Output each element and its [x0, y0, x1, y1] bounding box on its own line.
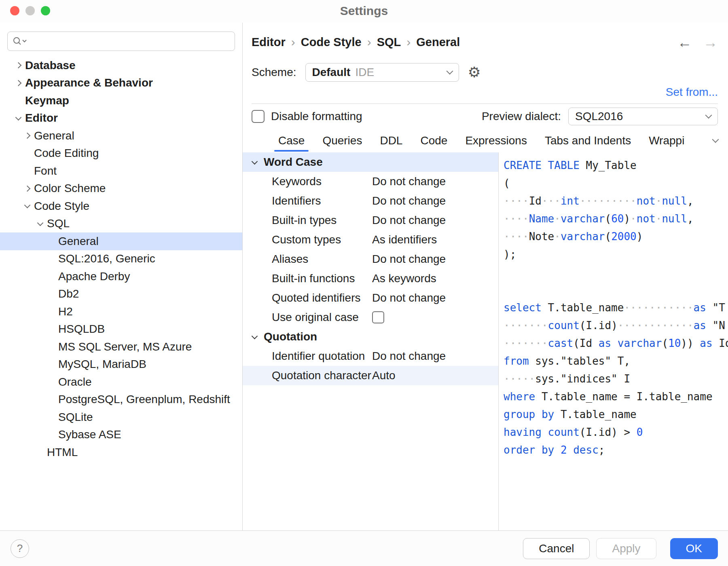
- breadcrumb-item-sql[interactable]: SQL: [377, 36, 401, 49]
- code-line: ·······cast(Id as varchar(10)) as Id: [504, 334, 728, 352]
- code-line: ·····sys."indices" I: [504, 370, 728, 388]
- sidebar-item-label: Keymap: [25, 94, 69, 107]
- sql-preview-editor[interactable]: CREATE TABLE My_Table(····Id···int······…: [498, 152, 728, 530]
- sidebar-item-oracle[interactable]: Oracle: [0, 373, 242, 391]
- option-value-keywords[interactable]: Do not change: [372, 175, 446, 188]
- apply-button[interactable]: Apply: [596, 538, 656, 559]
- sidebar-item-general[interactable]: General: [0, 127, 242, 145]
- settings-search-box[interactable]: [7, 32, 235, 51]
- sidebar-item-sqlite[interactable]: SQLite: [0, 408, 242, 426]
- option-label: Identifier quotation: [272, 350, 372, 363]
- breadcrumb-item-editor[interactable]: Editor: [252, 36, 286, 49]
- sidebar-item-appearance-behavior[interactable]: Appearance & Behavior: [0, 74, 242, 92]
- sidebar-item-mysql-mariadb[interactable]: MySQL, MariaDB: [0, 356, 242, 374]
- option-value-identifiers[interactable]: Do not change: [372, 194, 446, 207]
- search-icon: [12, 36, 27, 46]
- ok-button[interactable]: OK: [670, 538, 718, 559]
- sidebar-item-ms-sql-server-ms-azure[interactable]: MS SQL Server, MS Azure: [0, 338, 242, 356]
- chevron-down-icon[interactable]: [248, 336, 261, 338]
- more-tabs-button[interactable]: [703, 129, 728, 152]
- chevron-right-icon[interactable]: [20, 186, 34, 191]
- option-value-aliases[interactable]: Do not change: [372, 253, 446, 266]
- scheme-value: Default: [312, 66, 351, 79]
- section-header-quotation[interactable]: Quotation: [243, 327, 498, 346]
- sidebar-item-keymap[interactable]: Keymap: [0, 92, 242, 110]
- sidebar-item-sql-2016-generic[interactable]: SQL:2016, Generic: [0, 250, 242, 268]
- code-line: [504, 263, 728, 281]
- breadcrumb-item-general[interactable]: General: [416, 36, 460, 49]
- code-line: group by T.table_name: [504, 405, 728, 423]
- sidebar-item-code-editing[interactable]: Code Editing: [0, 145, 242, 163]
- chevron-down-icon[interactable]: [33, 222, 47, 225]
- sidebar-item-db2[interactable]: Db2: [0, 285, 242, 303]
- sidebar-item-label: Apache Derby: [58, 270, 130, 283]
- cancel-button[interactable]: Cancel: [523, 538, 590, 559]
- chevron-down-icon: [705, 112, 712, 119]
- option-row-quotation-character: Quotation characterAuto: [243, 366, 498, 385]
- back-arrow-icon[interactable]: ←: [677, 34, 692, 51]
- sidebar-item-color-scheme[interactable]: Color Scheme: [0, 180, 242, 198]
- sidebar-item-sql[interactable]: SQL: [0, 215, 242, 233]
- forward-arrow-icon[interactable]: →: [703, 34, 718, 51]
- sidebar-item-general[interactable]: General: [0, 232, 242, 250]
- sidebar-item-label: H2: [58, 305, 73, 318]
- sidebar-item-h2[interactable]: H2: [0, 303, 242, 321]
- section-title: Quotation: [264, 330, 317, 343]
- checkbox-use-original-case[interactable]: [372, 311, 384, 323]
- header-divider: [252, 103, 718, 104]
- preview-dialect-select[interactable]: SQL2016: [568, 108, 718, 125]
- option-value-quotation-character[interactable]: Auto: [372, 369, 396, 382]
- sidebar-item-editor[interactable]: Editor: [0, 110, 242, 127]
- window-title: Settings: [0, 4, 728, 18]
- sidebar-item-font[interactable]: Font: [0, 162, 242, 180]
- sidebar-item-label: Color Scheme: [34, 182, 106, 195]
- option-value-built-in-types[interactable]: Do not change: [372, 214, 446, 227]
- scheme-select[interactable]: Default IDE: [305, 63, 459, 82]
- sidebar-item-apache-derby[interactable]: Apache Derby: [0, 268, 242, 285]
- tab-tabs-and-indents[interactable]: Tabs and Indents: [536, 129, 640, 152]
- preview-toolbar: Disable formatting Preview dialect: SQL2…: [243, 104, 728, 129]
- disable-formatting-checkbox[interactable]: [252, 110, 265, 123]
- preview-dialect-label: Preview dialect:: [482, 110, 561, 123]
- tab-case[interactable]: Case: [269, 129, 313, 152]
- set-from-link[interactable]: Set from...: [666, 86, 718, 98]
- tab-code[interactable]: Code: [411, 129, 456, 152]
- sidebar-item-label: Code Editing: [34, 147, 99, 160]
- sidebar-item-database[interactable]: Database: [0, 57, 242, 74]
- settings-dialog: DatabaseAppearance & BehaviorKeymapEdito…: [0, 23, 728, 530]
- tab-expressions[interactable]: Expressions: [456, 129, 536, 152]
- search-input[interactable]: [27, 35, 231, 48]
- chevron-right-icon[interactable]: [20, 133, 34, 138]
- sidebar-item-postgresql-greenplum-redshift[interactable]: PostgreSQL, Greenplum, Redshift: [0, 391, 242, 409]
- option-row-quoted-identifiers: Quoted identifiersDo not change: [243, 288, 498, 308]
- sidebar-item-sybase-ase[interactable]: Sybase ASE: [0, 426, 242, 444]
- window-titlebar: Settings: [0, 0, 728, 23]
- section-header-word-case[interactable]: Word Case: [243, 152, 498, 172]
- option-value-quoted-identifiers[interactable]: Do not change: [372, 291, 446, 304]
- gear-icon[interactable]: ⚙: [468, 65, 481, 80]
- option-value-custom-types[interactable]: As identifiers: [372, 233, 437, 246]
- sidebar-item-hsqldb[interactable]: HSQLDB: [0, 321, 242, 338]
- option-value-built-in-functions[interactable]: As keywords: [372, 272, 436, 285]
- chevron-down-icon[interactable]: [20, 205, 34, 207]
- tab-queries[interactable]: Queries: [313, 129, 371, 152]
- sidebar-item-label: SQL: [47, 217, 70, 230]
- dialog-footer: ? Cancel Apply OK: [0, 530, 728, 566]
- option-label: Quoted identifiers: [272, 291, 372, 304]
- chevron-down-icon[interactable]: [248, 161, 261, 164]
- tab-wrappi[interactable]: Wrappi: [640, 129, 693, 152]
- chevron-right-icon[interactable]: [11, 63, 25, 68]
- option-value-identifier-quotation[interactable]: Do not change: [372, 350, 446, 363]
- option-row-use-original-case: Use original case: [243, 308, 498, 327]
- tab-ddl[interactable]: DDL: [371, 129, 411, 152]
- code-line: order by 2 desc;: [504, 441, 728, 459]
- chevron-down-icon[interactable]: [11, 117, 25, 120]
- option-label: Custom types: [272, 233, 372, 246]
- chevron-right-icon[interactable]: [11, 81, 25, 85]
- sidebar-item-html[interactable]: HTML: [0, 444, 242, 461]
- breadcrumb-item-code-style[interactable]: Code Style: [301, 36, 362, 49]
- help-button[interactable]: ?: [11, 539, 29, 558]
- sidebar-item-label: SQLite: [58, 411, 93, 424]
- sidebar-item-code-style[interactable]: Code Style: [0, 197, 242, 215]
- sidebar-item-label: Font: [34, 165, 57, 177]
